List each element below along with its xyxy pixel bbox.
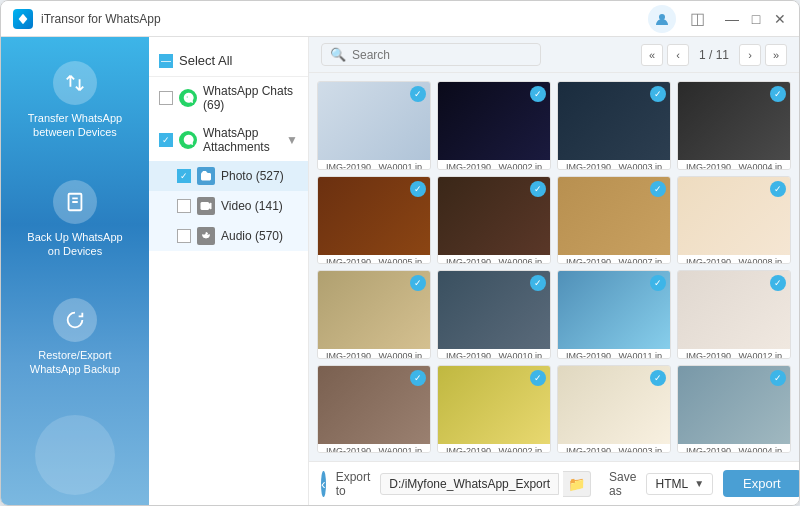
photo-filename: IMG-20190...WA0008.jp <box>678 255 790 264</box>
photo-selected-indicator <box>410 181 426 197</box>
chats-label: WhatsApp Chats (69) <box>203 84 298 112</box>
photo-item[interactable]: IMG-20190...WA0010.jp <box>437 270 551 359</box>
photo-item[interactable]: IMG-20190...WA0007.jp <box>557 176 671 265</box>
photo-selected-indicator <box>650 275 666 291</box>
photo-item[interactable]: IMG-20190...WA0006.jp <box>437 176 551 265</box>
tree-item-chats[interactable]: WhatsApp Chats (69) <box>149 77 308 119</box>
close-button[interactable]: ✕ <box>773 12 787 26</box>
photo-item[interactable]: IMG-20190...WA0008.jp <box>677 176 791 265</box>
chats-checkbox[interactable] <box>159 91 173 105</box>
photo-item[interactable]: IMG-20190...WA0004.jp <box>677 365 791 454</box>
maximize-button[interactable]: □ <box>749 12 763 26</box>
export-path: D:/iMyfone_WhatsApp_Export 📁 <box>380 471 591 497</box>
photo-selected-indicator <box>650 86 666 102</box>
photo-item[interactable]: IMG-20190...WA0012.jp <box>677 270 791 359</box>
select-all-checkbox[interactable] <box>159 54 173 68</box>
sidebar-item-transfer[interactable]: Transfer WhatsAppbetween Devices <box>1 53 149 148</box>
select-all-label: Select All <box>179 53 232 68</box>
last-page-button[interactable]: » <box>765 44 787 66</box>
left-panel: Select All WhatsApp Chats (69) WhatsApp … <box>149 37 309 505</box>
first-page-button[interactable]: « <box>641 44 663 66</box>
expand-icon[interactable]: ▼ <box>286 133 298 147</box>
tree-sub-audio[interactable]: Audio (570) <box>149 221 308 251</box>
video-checkbox[interactable] <box>177 199 191 213</box>
minimize-button[interactable]: — <box>725 12 739 26</box>
audio-checkbox[interactable] <box>177 229 191 243</box>
audio-label: Audio (570) <box>221 229 298 243</box>
title-bar-left: iTransor for WhatsApp <box>13 9 161 29</box>
photo-item[interactable]: IMG-20190...WA0005.jp <box>317 176 431 265</box>
photo-item[interactable]: IMG-20190...WA0004.jp <box>677 81 791 170</box>
photo-grid: IMG-20190...WA0001.jpIMG-20190...WA0002.… <box>309 73 799 461</box>
title-bar-icons: ◫ <box>648 5 705 33</box>
sidebar: Transfer WhatsAppbetween Devices Back Up… <box>1 37 149 505</box>
page-info: 1 / 11 <box>693 48 735 62</box>
photo-selected-indicator <box>530 86 546 102</box>
sidebar-item-backup[interactable]: Back Up WhatsAppon Devices <box>1 172 149 267</box>
photo-filename: IMG-20190...WA0009.jp <box>318 349 430 358</box>
chat-icon[interactable]: ◫ <box>690 9 705 28</box>
photo-selected-indicator <box>530 370 546 386</box>
content-area: Select All WhatsApp Chats (69) WhatsApp … <box>149 37 799 505</box>
save-as-dropdown[interactable]: HTML ▼ <box>646 473 713 495</box>
pagination: « ‹ 1 / 11 › » <box>641 44 787 66</box>
photo-selected-indicator <box>530 181 546 197</box>
tree-sub-video[interactable]: Video (141) <box>149 191 308 221</box>
attachments-checkbox[interactable] <box>159 133 173 147</box>
photo-item[interactable]: IMG-20190...WA0003.jp <box>557 365 671 454</box>
photo-filename: IMG-20190...WA0003.jp <box>558 444 670 453</box>
tree-sub-photo[interactable]: Photo (527) <box>149 161 308 191</box>
photo-filename: IMG-20190...WA0002.jp <box>438 444 550 453</box>
sidebar-restore-label: Restore/ExportWhatsApp Backup <box>30 348 121 377</box>
main-layout: Transfer WhatsAppbetween Devices Back Up… <box>1 37 799 505</box>
audio-folder-icon <box>197 227 215 245</box>
photo-selected-indicator <box>650 181 666 197</box>
photo-selected-indicator <box>770 370 786 386</box>
sidebar-transfer-label: Transfer WhatsAppbetween Devices <box>28 111 122 140</box>
video-label: Video (141) <box>221 199 298 213</box>
title-bar: iTransor for WhatsApp ◫ — □ ✕ <box>1 1 799 37</box>
tree-item-attachments[interactable]: WhatsApp Attachments ▼ <box>149 119 308 161</box>
export-button[interactable]: Export <box>723 470 799 497</box>
photo-filename: IMG-20190...WA0004.jp <box>678 160 790 169</box>
title-bar-controls: ◫ — □ ✕ <box>648 5 787 33</box>
app-window: iTransor for WhatsApp ◫ — □ ✕ Transfer W… <box>0 0 800 506</box>
sidebar-item-restore[interactable]: Restore/ExportWhatsApp Backup <box>1 290 149 385</box>
search-box[interactable]: 🔍 <box>321 43 541 66</box>
user-icon[interactable] <box>648 5 676 33</box>
photo-filename: IMG-20190...WA0004.jp <box>678 444 790 453</box>
right-panel: 🔍 « ‹ 1 / 11 › » IMG-20190...WA0001.jpIM… <box>309 37 799 505</box>
photo-item[interactable]: IMG-20190...WA0011.jp <box>557 270 671 359</box>
video-folder-icon <box>197 197 215 215</box>
photo-checkbox[interactable] <box>177 169 191 183</box>
select-all-row[interactable]: Select All <box>149 45 308 77</box>
search-input[interactable] <box>352 48 532 62</box>
photo-item[interactable]: IMG-20190...WA0002.jp <box>437 365 551 454</box>
prev-page-button[interactable]: ‹ <box>667 44 689 66</box>
photo-selected-indicator <box>770 181 786 197</box>
photo-item[interactable]: IMG-20190...WA0003.jp <box>557 81 671 170</box>
photo-item[interactable]: IMG-20190...WA0002.jp <box>437 81 551 170</box>
sidebar-backup-label: Back Up WhatsAppon Devices <box>27 230 122 259</box>
photo-filename: IMG-20190...WA0001.jp <box>318 160 430 169</box>
svg-rect-5 <box>201 203 209 210</box>
toolbar: 🔍 « ‹ 1 / 11 › » <box>309 37 799 73</box>
photo-filename: IMG-20190...WA0003.jp <box>558 160 670 169</box>
photo-folder-icon <box>197 167 215 185</box>
attachments-label: WhatsApp Attachments <box>203 126 280 154</box>
photo-selected-indicator <box>530 275 546 291</box>
photo-item[interactable]: IMG-20190...WA0009.jp <box>317 270 431 359</box>
photo-selected-indicator <box>770 275 786 291</box>
photo-filename: IMG-20190...WA0010.jp <box>438 349 550 358</box>
photo-filename: IMG-20190...WA0011.jp <box>558 349 670 358</box>
export-path-text: D:/iMyfone_WhatsApp_Export <box>380 473 559 495</box>
next-page-button[interactable]: › <box>739 44 761 66</box>
bottom-bar: ‹ Export to D:/iMyfone_WhatsApp_Export 📁… <box>309 461 799 505</box>
photo-item[interactable]: IMG-20190...WA0001.jp <box>317 81 431 170</box>
back-button[interactable]: ‹ <box>321 471 326 497</box>
export-folder-button[interactable]: 📁 <box>563 471 591 497</box>
photo-label: Photo (527) <box>221 169 298 183</box>
restore-icon <box>53 298 97 342</box>
photo-item[interactable]: IMG-20190...WA0001.jp <box>317 365 431 454</box>
photo-selected-indicator <box>650 370 666 386</box>
